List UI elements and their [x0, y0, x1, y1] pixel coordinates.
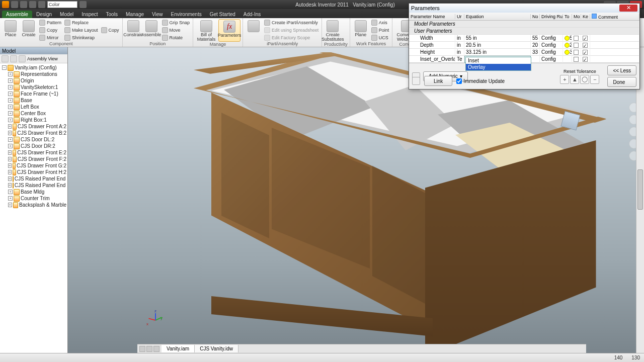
- expand-icon[interactable]: +: [8, 105, 13, 109]
- mirror-button[interactable]: Mirror: [38, 34, 62, 41]
- tree-item[interactable]: +Right Box:1: [1, 117, 66, 123]
- tab-addins[interactable]: Add-Ins: [239, 11, 265, 18]
- bom-button[interactable]: Bill of Materials: [195, 19, 217, 42]
- doctab-drawing[interactable]: CJS Vanity.idw: [195, 345, 238, 352]
- qat-more-icon[interactable]: [79, 1, 87, 8]
- immediate-update-input[interactable]: [456, 78, 462, 84]
- col-key[interactable]: Ke: [581, 14, 590, 19]
- tree-item[interactable]: +Center Box: [1, 110, 66, 117]
- ipart-create-button[interactable]: Create iPart/iAssembly: [263, 19, 319, 26]
- param-key-chk[interactable]: [581, 42, 590, 49]
- move-button[interactable]: Move: [161, 27, 191, 34]
- link-button[interactable]: Link: [424, 76, 452, 86]
- done-button[interactable]: Done: [607, 77, 636, 87]
- app-menu-icon[interactable]: [2, 1, 9, 8]
- expand-icon[interactable]: +: [8, 183, 12, 188]
- tol-up-button[interactable]: ▲: [570, 75, 579, 84]
- tree-item[interactable]: +Origin: [1, 77, 66, 84]
- param-comment[interactable]: [590, 42, 639, 49]
- undo-icon[interactable]: [20, 1, 27, 8]
- col-comment[interactable]: Comment: [590, 14, 639, 20]
- redo-icon[interactable]: [29, 1, 36, 8]
- param-name[interactable]: Inset_or_Overlay: [409, 56, 455, 63]
- tree-item[interactable]: +VanitySkeleton:1: [1, 84, 66, 90]
- expand-icon[interactable]: +: [8, 118, 13, 122]
- print-icon[interactable]: [38, 1, 45, 8]
- param-key-chk[interactable]: [581, 35, 590, 42]
- tab-inspect[interactable]: Inspect: [77, 11, 102, 18]
- tab-design[interactable]: Design: [32, 11, 56, 18]
- param-row[interactable]: Heightin33.125 in33Config33: [409, 49, 639, 56]
- place-button[interactable]: Place: [2, 19, 19, 41]
- point-button[interactable]: Point: [370, 27, 390, 34]
- tree-item[interactable]: +Left Box: [1, 104, 66, 110]
- tree-item[interactable]: +CJS Drawer Front F:2: [1, 156, 66, 162]
- tree-item[interactable]: +CJS Raised Panel End Left: [1, 175, 66, 182]
- makelayout-button[interactable]: Make Layout: [63, 27, 99, 34]
- assemble-button[interactable]: Assemble: [143, 19, 160, 41]
- link-icon[interactable]: [412, 77, 420, 85]
- replace-button[interactable]: Replace: [63, 19, 99, 26]
- ipart-scope-button[interactable]: Edit Factory Scope: [263, 34, 319, 41]
- tree-item[interactable]: +CJS Drawer Front B:2: [1, 130, 66, 136]
- tab-tools[interactable]: Tools: [102, 11, 122, 18]
- doctab-prev-icon[interactable]: [139, 346, 145, 352]
- parameters-close-button[interactable]: ✕: [619, 5, 637, 12]
- param-model-chk[interactable]: [572, 42, 581, 49]
- col-rule[interactable]: Driving Rule: [540, 14, 563, 19]
- tab-manage[interactable]: Manage: [122, 11, 148, 18]
- tree-item[interactable]: +Backsplash & Marble: [1, 202, 66, 208]
- param-equation[interactable]: 20.5 in: [464, 42, 531, 49]
- param-rule[interactable]: Config: [540, 56, 563, 63]
- expand-icon[interactable]: +: [8, 176, 12, 181]
- expand-icon[interactable]: +: [8, 196, 13, 201]
- viewport-3d[interactable]: x y z Vanity.iam CJS Vanity.idw: [68, 47, 644, 353]
- create-button[interactable]: Create: [20, 19, 37, 41]
- copy-button[interactable]: Copy: [38, 27, 62, 34]
- tree-item[interactable]: +Base Mldg: [1, 189, 66, 195]
- tree-item[interactable]: +CJS Door DL:2: [1, 136, 66, 143]
- expand-icon[interactable]: +: [8, 124, 12, 129]
- sort-icon[interactable]: [10, 55, 17, 62]
- tol-plus-button[interactable]: +: [560, 75, 569, 84]
- expand-icon[interactable]: +: [8, 144, 13, 148]
- tree-item[interactable]: +CJS Raised Panel End Right: [1, 182, 66, 189]
- doctab-vanity[interactable]: Vanity.iam: [162, 345, 195, 352]
- param-comment[interactable]: [590, 49, 639, 56]
- expand-icon[interactable]: +: [8, 78, 13, 83]
- vertical-scrollbar[interactable]: [636, 47, 644, 353]
- expand-icon[interactable]: +: [8, 72, 13, 76]
- parameters-button[interactable]: fxParameters: [218, 19, 240, 42]
- col-nominal[interactable]: No: [531, 14, 540, 19]
- model-tree[interactable]: −Vanity.iam (Config) +Representations+Or…: [0, 63, 67, 353]
- ipart-icon-button[interactable]: [245, 19, 262, 41]
- param-unit[interactable]: Te: [455, 56, 464, 63]
- param-model-chk[interactable]: [572, 49, 581, 56]
- param-name[interactable]: Height: [409, 49, 455, 56]
- param-equation[interactable]: 55 in: [464, 35, 531, 42]
- view-icon[interactable]: [19, 55, 26, 62]
- immediate-update-checkbox[interactable]: Immediate Update: [456, 78, 505, 84]
- gripsnap-button[interactable]: Grip Snap: [161, 19, 191, 26]
- param-comment[interactable]: [590, 35, 639, 42]
- plane-button[interactable]: Plane: [352, 19, 369, 41]
- parameters-titlebar[interactable]: Parameters ✕: [409, 4, 639, 13]
- col-unit[interactable]: Ur: [455, 14, 464, 19]
- param-comment[interactable]: [590, 56, 639, 63]
- param-equation[interactable]: 33.125 in: [464, 49, 531, 56]
- ucs-button[interactable]: UCS: [370, 34, 390, 41]
- param-key-chk[interactable]: [581, 56, 590, 63]
- param-rule[interactable]: Config: [540, 35, 563, 42]
- expand-icon[interactable]: +: [8, 85, 13, 89]
- param-row[interactable]: Widthin55 in55Config55: [409, 35, 639, 42]
- expand-icon[interactable]: +: [8, 137, 13, 142]
- pattern-button[interactable]: Pattern: [38, 19, 62, 26]
- doctab-next-icon[interactable]: [146, 346, 152, 352]
- tab-environments[interactable]: Environments: [167, 11, 206, 18]
- tree-item[interactable]: +CJS Drawer Front H:2: [1, 169, 66, 175]
- less-button[interactable]: << Less: [607, 65, 636, 75]
- constrain-button[interactable]: Constrain: [125, 19, 142, 41]
- expand-icon[interactable]: +: [8, 203, 12, 207]
- expand-icon[interactable]: +: [8, 190, 13, 194]
- expand-icon[interactable]: +: [8, 157, 12, 161]
